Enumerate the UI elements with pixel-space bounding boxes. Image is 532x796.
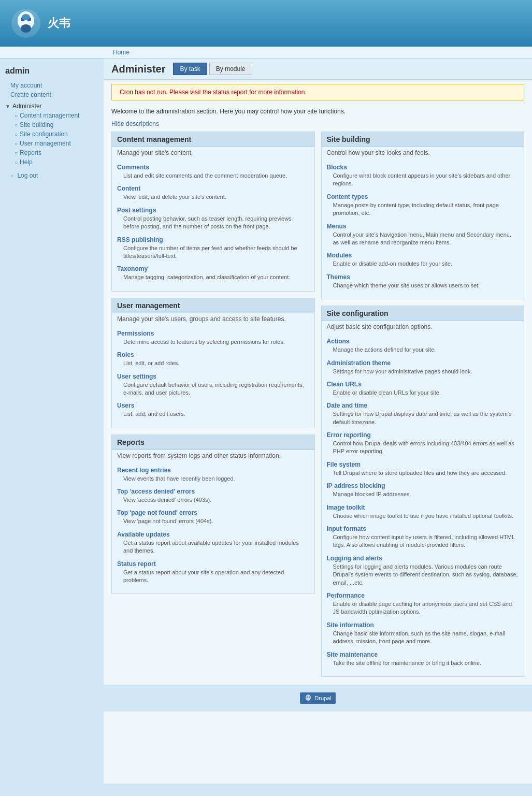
link-modules[interactable]: Modules <box>327 252 352 259</box>
item-post-settings: Post settings Control posting behavior, … <box>117 207 309 231</box>
hide-desc-link[interactable]: Hide descriptions <box>111 120 159 127</box>
right-column: Site building Control how your site look… <box>321 132 525 677</box>
alert-link[interactable]: Cron has not run. Please visit the statu… <box>120 89 307 96</box>
link-permissions[interactable]: Permissions <box>117 330 154 337</box>
link-recent-log[interactable]: Recent log entries <box>117 467 171 474</box>
link-image-toolkit[interactable]: Image toolkit <box>327 504 365 511</box>
item-clean-urls: Clean URLs Enable or disable clean URLs … <box>327 381 519 397</box>
link-error-reporting[interactable]: Error reporting <box>327 431 371 439</box>
section-site-building: Site building Control how your site look… <box>321 132 525 299</box>
link-comments[interactable]: Comments <box>117 164 149 171</box>
nav-home[interactable]: Home <box>109 47 134 57</box>
section-content-management-header: Content management <box>112 132 314 147</box>
desc-admin-theme: Settings for how your administrative pag… <box>327 368 519 375</box>
link-file-system[interactable]: File system <box>327 461 361 468</box>
link-ip-blocking[interactable]: IP address blocking <box>327 482 385 489</box>
item-logging-alerts: Logging and alerts Settings for logging … <box>327 555 519 587</box>
section-reports-header: Reports <box>112 435 314 450</box>
desc-modules: Enable or disable add-on modules for you… <box>327 260 519 268</box>
item-input-formats: Input formats Configure how content inpu… <box>327 525 519 549</box>
link-input-formats[interactable]: Input formats <box>327 525 367 532</box>
item-permissions: Permissions Determine access to features… <box>117 330 309 346</box>
link-content-types[interactable]: Content types <box>327 193 368 200</box>
desc-ip-blocking: Manage blocked IP addresses. <box>327 490 519 498</box>
sidebar-item-site-building[interactable]: ○Site building <box>15 120 98 129</box>
desc-page-not-found: View 'page not found' errors (404s). <box>117 517 309 525</box>
main-content: Administer By task By module Cron has no… <box>104 59 532 784</box>
link-post-settings[interactable]: Post settings <box>117 207 156 214</box>
sidebar-item-content-management[interactable]: ○Content management <box>15 111 98 120</box>
section-site-configuration: Site configuration Adjust basic site con… <box>321 306 525 677</box>
bullet-icon: ○ <box>10 173 13 179</box>
section-content-management-desc: Manage your site's content. <box>112 147 314 160</box>
sidebar-item-site-configuration[interactable]: ○Site configuration <box>15 129 98 139</box>
arrow-icon: ▼ <box>5 104 10 109</box>
link-user-settings[interactable]: User settings <box>117 373 156 380</box>
svg-point-7 <box>307 697 308 698</box>
link-clean-urls[interactable]: Clean URLs <box>327 381 362 388</box>
link-content[interactable]: Content <box>117 185 140 192</box>
item-admin-theme: Administration theme Settings for how yo… <box>327 359 519 375</box>
link-taxonomy[interactable]: Taxonomy <box>117 265 148 272</box>
item-site-information: Site information Change basic site infor… <box>327 621 519 646</box>
link-actions[interactable]: Actions <box>327 338 350 345</box>
link-available-updates[interactable]: Available updates <box>117 531 170 538</box>
item-access-denied: Top 'access denied' errors View 'access … <box>117 488 309 504</box>
link-admin-theme[interactable]: Administration theme <box>327 359 391 367</box>
item-rss-publishing: RSS publishing Configure the number of i… <box>117 236 309 260</box>
sidebar-link-logout[interactable]: ○ Log out <box>5 171 98 180</box>
sidebar-item-reports[interactable]: ○Reports <box>15 148 98 157</box>
sidebar-section-title-administer[interactable]: ▼ Administer <box>5 102 98 111</box>
desc-input-formats: Configure how content input by users is … <box>327 533 519 549</box>
svg-point-5 <box>22 14 30 20</box>
section-reports: Reports View reports from system logs an… <box>111 435 315 595</box>
item-available-updates: Available updates Get a status report ab… <box>117 531 309 555</box>
section-site-building-desc: Control how your site looks and feels. <box>322 147 524 160</box>
navbar: Home <box>0 47 532 59</box>
sidebar-link-create-content[interactable]: Create content <box>5 90 98 99</box>
sidebar-item-help[interactable]: ○Help <box>15 157 98 167</box>
link-themes[interactable]: Themes <box>327 273 350 281</box>
item-recent-log: Recent log entries View events that have… <box>117 467 309 483</box>
link-logging-alerts[interactable]: Logging and alerts <box>327 555 382 562</box>
sidebar-item-user-management[interactable]: ○User management <box>15 139 98 148</box>
link-access-denied[interactable]: Top 'access denied' errors <box>117 488 195 495</box>
tab-by-task[interactable]: By task <box>173 63 207 75</box>
link-rss-publishing[interactable]: RSS publishing <box>117 236 163 243</box>
link-site-maintenance[interactable]: Site maintenance <box>327 651 378 658</box>
desc-rss-publishing: Configure the number of items per feed a… <box>117 244 309 260</box>
left-column: Content management Manage your site's co… <box>111 132 315 677</box>
tab-by-module[interactable]: By module <box>209 63 252 75</box>
link-blocks[interactable]: Blocks <box>327 164 347 171</box>
svg-point-6 <box>306 694 311 701</box>
section-content-management-title: Content management <box>117 135 309 143</box>
link-users[interactable]: Users <box>117 402 134 409</box>
section-user-management-title: User management <box>117 301 309 310</box>
link-status-report[interactable]: Status report <box>117 560 156 568</box>
link-site-information[interactable]: Site information <box>327 621 374 629</box>
item-user-settings: User settings Configure default behavior… <box>117 373 309 397</box>
header: 火韦 <box>0 0 532 47</box>
item-roles: Roles List, edit, or add roles. <box>117 351 309 367</box>
section-site-configuration-desc: Adjust basic site configuration options. <box>322 321 524 334</box>
sidebar-link-my-account[interactable]: My account <box>5 81 98 90</box>
drupal-badge: Drupal <box>300 692 335 704</box>
site-title: 火韦 <box>48 16 70 31</box>
item-taxonomy: Taxonomy Manage tagging, categorization,… <box>117 265 309 281</box>
link-performance[interactable]: Performance <box>327 592 365 599</box>
link-menus[interactable]: Menus <box>327 223 347 230</box>
section-user-management: User management Manage your site's users… <box>111 298 315 428</box>
item-actions: Actions Manage the actions defined for y… <box>327 338 519 354</box>
link-date-time[interactable]: Date and time <box>327 402 368 409</box>
link-page-not-found[interactable]: Top 'page not found' errors <box>117 509 197 516</box>
desc-themes: Change which theme your site uses or all… <box>327 282 519 290</box>
link-roles[interactable]: Roles <box>117 351 134 358</box>
item-performance: Performance Enable or disable page cachi… <box>327 592 519 616</box>
section-content-management: Content management Manage your site's co… <box>111 132 315 292</box>
item-image-toolkit: Image toolkit Choose which image toolkit… <box>327 504 519 520</box>
logo-area: 火韦 <box>10 8 70 39</box>
drupal-badge-label: Drupal <box>314 695 331 701</box>
footer: Drupal <box>104 685 532 712</box>
drupal-logo <box>10 8 41 39</box>
desc-error-reporting: Control how Drupal deals with errors inc… <box>327 440 519 456</box>
